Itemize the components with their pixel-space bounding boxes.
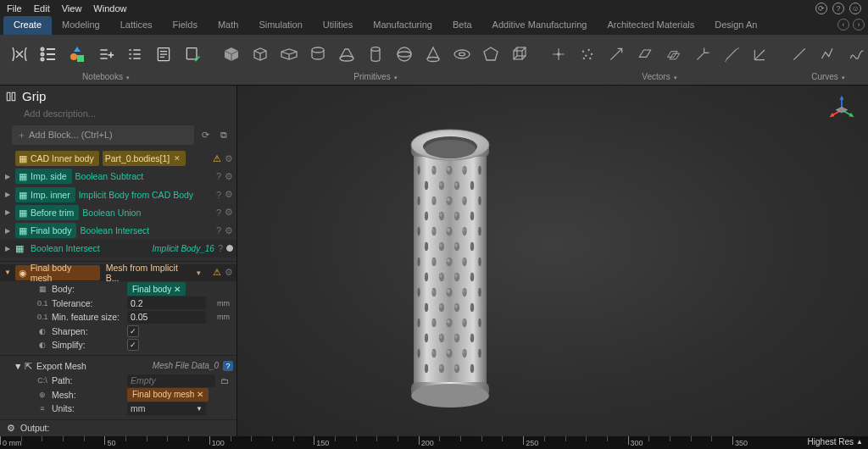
- sheet-icon[interactable]: [153, 43, 175, 65]
- wire-cube-icon[interactable]: [509, 43, 531, 65]
- refresh-icon[interactable]: ⟳: [198, 128, 213, 143]
- measure-icon[interactable]: [721, 43, 743, 65]
- mesh-chip[interactable]: Final body mesh✕: [127, 388, 209, 402]
- gear-icon[interactable]: ⚙: [225, 153, 233, 164]
- cube-solid-icon[interactable]: [220, 43, 242, 65]
- torus-icon[interactable]: [451, 43, 473, 65]
- body-chip[interactable]: Final body✕: [127, 282, 186, 296]
- shapes-stack-icon[interactable]: [66, 43, 88, 65]
- gear-icon[interactable]: ⚙: [225, 207, 233, 218]
- sync-icon[interactable]: ⟳: [815, 3, 827, 14]
- node-value[interactable]: Boolean Intersect: [80, 225, 149, 236]
- cone-flat-icon[interactable]: [336, 43, 358, 65]
- list-icon[interactable]: [37, 43, 59, 65]
- output-row[interactable]: ⚙ Output:: [0, 419, 236, 436]
- help-dot-icon[interactable]: ?: [216, 208, 221, 218]
- units-dropdown[interactable]: mm▼: [127, 402, 206, 415]
- section-export-mesh[interactable]: ▼ ⇱ Export Mesh Mesh File Data_0 ?: [0, 358, 236, 374]
- help-dot-icon[interactable]: ?: [216, 190, 221, 200]
- tab-additive[interactable]: Additive Manufacturing: [482, 16, 598, 35]
- points-icon[interactable]: [576, 43, 598, 65]
- help-dot-icon[interactable]: ?: [216, 171, 221, 181]
- axis-gizmo[interactable]: [827, 94, 856, 123]
- group-label-vectors[interactable]: Vectors: [642, 72, 670, 81]
- tab-design-an[interactable]: Design An: [704, 16, 767, 35]
- help-dot-icon[interactable]: ?: [216, 225, 221, 236]
- node-value[interactable]: Boolean Union: [82, 208, 141, 218]
- node-boolean-intersect[interactable]: ▶ ▦ Boolean Intersect Implicit Body_16 ?: [0, 240, 236, 257]
- sheet-check-icon[interactable]: [181, 43, 203, 65]
- spline-icon[interactable]: [846, 43, 868, 65]
- variable-icon[interactable]: [8, 43, 31, 65]
- panel-description[interactable]: Add description...: [0, 107, 236, 124]
- node-imp-side[interactable]: ▶ ▦Imp. side Boolean Subtract ?⚙: [0, 168, 236, 185]
- ribbon-nav-left-icon[interactable]: ‹: [837, 19, 849, 30]
- node-final-body-mesh[interactable]: ▼ ◉Final body mesh Mesh from Implicit B.…: [0, 264, 236, 281]
- expand-icon[interactable]: ▶: [3, 191, 12, 198]
- visibility-dot-icon[interactable]: [226, 245, 233, 252]
- menu-edit[interactable]: Edit: [34, 3, 50, 14]
- node-before-trim[interactable]: ▶ ▦Before trim Boolean Union ?⚙: [0, 204, 236, 221]
- prism-wide-icon[interactable]: [278, 43, 300, 65]
- menu-window[interactable]: Window: [93, 3, 126, 14]
- expand-icon[interactable]: ▶: [3, 245, 12, 252]
- group-label-curves[interactable]: Curves: [811, 72, 838, 81]
- ruler[interactable]: 0 mm50100150200250300350 Highest Res▲: [0, 436, 868, 449]
- tab-simulation[interactable]: Simulation: [248, 16, 312, 35]
- node-final-body[interactable]: ▶ ▦Final body Boolean Intersect ?⚙: [0, 222, 236, 239]
- simplify-checkbox[interactable]: ✓: [127, 339, 139, 351]
- plane-stack-icon[interactable]: [663, 43, 685, 65]
- tab-architected[interactable]: Architected Materials: [597, 16, 704, 35]
- expand-icon[interactable]: ▶: [3, 227, 12, 235]
- help-icon[interactable]: ?: [832, 3, 844, 14]
- arrow-icon[interactable]: [605, 43, 627, 65]
- gear-icon[interactable]: ⚙: [225, 225, 233, 236]
- user-icon[interactable]: ☺: [849, 3, 861, 14]
- min-feature-input[interactable]: 0.05: [127, 311, 206, 324]
- path-input[interactable]: Empty: [127, 374, 215, 387]
- box-icon[interactable]: [249, 43, 271, 65]
- line-icon[interactable]: [788, 43, 810, 65]
- tab-utilities[interactable]: Utilities: [313, 16, 363, 35]
- tab-fields[interactable]: Fields: [163, 16, 208, 35]
- gear-icon[interactable]: ⚙: [225, 171, 233, 182]
- add-list-icon[interactable]: [95, 43, 117, 65]
- resolution-dropdown[interactable]: Highest Res▲: [808, 437, 863, 446]
- expand-icon[interactable]: ▶: [3, 173, 12, 180]
- ribbon-nav-right-icon[interactable]: ›: [853, 19, 865, 30]
- tab-math[interactable]: Math: [208, 16, 248, 35]
- tab-lattices[interactable]: Lattices: [110, 16, 163, 35]
- tolerance-input[interactable]: 0.2: [127, 297, 206, 309]
- tab-modeling[interactable]: Modeling: [52, 16, 110, 35]
- node-cad-inner-body[interactable]: ▦CAD Inner body Part_0.bodies[1]✕ ⚠⚙: [0, 150, 236, 167]
- collapse-icon[interactable]: ▼: [14, 361, 20, 371]
- gear-icon[interactable]: ⚙: [225, 267, 233, 278]
- node-value[interactable]: Implicit Body from CAD Body: [79, 190, 193, 200]
- sharpen-checkbox[interactable]: ✓: [127, 325, 139, 337]
- group-label-primitives[interactable]: Primitives: [353, 72, 390, 81]
- tab-create[interactable]: Create: [3, 16, 52, 35]
- tab-manufacturing[interactable]: Manufacturing: [363, 16, 442, 35]
- menu-file[interactable]: File: [7, 3, 22, 14]
- polygon-icon[interactable]: [480, 43, 502, 65]
- tab-beta[interactable]: Beta: [442, 16, 482, 35]
- help-dot-icon[interactable]: ?: [218, 243, 223, 253]
- add-block-input[interactable]: ＋Add Block... (Ctrl+L): [12, 125, 194, 145]
- section-help-icon[interactable]: ?: [223, 361, 233, 371]
- checklist-icon[interactable]: [124, 43, 146, 65]
- browse-icon[interactable]: 🗀: [220, 375, 230, 385]
- axes-icon[interactable]: [692, 43, 714, 65]
- polyline-icon[interactable]: [817, 43, 839, 65]
- plane-icon[interactable]: [634, 43, 656, 65]
- cylinder-icon[interactable]: [364, 43, 387, 65]
- origin-icon[interactable]: [548, 43, 570, 65]
- duplicate-icon[interactable]: ⧉: [216, 128, 231, 143]
- gear-icon[interactable]: ⚙: [225, 189, 233, 200]
- cone-icon[interactable]: [422, 43, 444, 65]
- cylinder-short-icon[interactable]: [307, 43, 329, 65]
- group-label-notebooks[interactable]: Notebooks: [82, 72, 123, 81]
- angle-icon[interactable]: [749, 43, 771, 65]
- viewport-3d[interactable]: {}: [237, 86, 868, 436]
- expand-icon[interactable]: ▶: [3, 208, 12, 216]
- sphere-icon[interactable]: [393, 43, 415, 65]
